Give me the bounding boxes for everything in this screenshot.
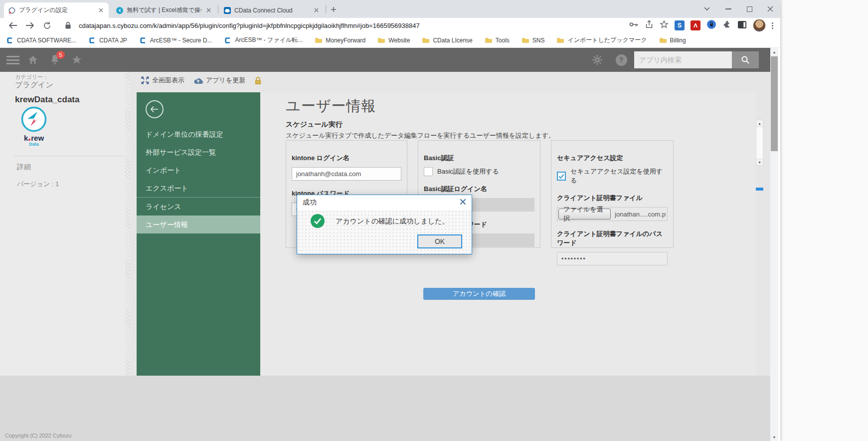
sidebar-divider bbox=[14, 156, 124, 156]
favorites-star-icon[interactable] bbox=[68, 48, 86, 72]
bookmark-folder[interactable]: SNS bbox=[521, 36, 545, 44]
bookmark-label: Billing bbox=[670, 37, 686, 44]
menu-item-import[interactable]: インポート bbox=[137, 161, 260, 179]
home-icon[interactable] bbox=[24, 48, 42, 72]
new-tab-button[interactable] bbox=[328, 4, 339, 15]
basic-login-label: Basic認証ログイン名 bbox=[424, 185, 534, 194]
menu-item-user-info[interactable]: ユーザー情報 bbox=[137, 216, 260, 233]
secure-access-checkbox[interactable] bbox=[557, 172, 566, 181]
cloud-update-icon bbox=[193, 77, 203, 84]
reload-icon[interactable] bbox=[41, 19, 53, 31]
folder-icon bbox=[659, 36, 667, 44]
url-field[interactable] bbox=[79, 22, 624, 29]
page-title: ユーザー情報 bbox=[286, 96, 376, 116]
cert-password-label: クライアント証明書ファイルのパスワード bbox=[557, 229, 668, 247]
bookmark-folder[interactable]: MoneyForward bbox=[315, 36, 365, 44]
details-label: 詳細 bbox=[17, 163, 31, 172]
folder-icon bbox=[521, 36, 529, 44]
tab-close-icon[interactable] bbox=[312, 6, 320, 14]
inner-scrollbar-track[interactable] bbox=[756, 127, 763, 159]
secure-access-checkbox-row: セキュアアクセス設定を使用する bbox=[557, 167, 668, 185]
scroll-up-icon[interactable]: ▲ bbox=[770, 48, 778, 56]
bookmark-item[interactable]: CDATA JP bbox=[88, 36, 127, 44]
menu-item-external-services[interactable]: 外部サービス設定一覧 bbox=[137, 143, 260, 161]
success-dialog: 成功 アカウントの確認に成功しました。 OK bbox=[297, 195, 472, 254]
scrollbar-thumb[interactable] bbox=[771, 56, 778, 151]
secure-access-checkbox-label: セキュアアクセス設定を使用する bbox=[570, 167, 668, 185]
extensions-puzzle-icon[interactable] bbox=[722, 20, 731, 31]
share-icon[interactable] bbox=[645, 20, 654, 31]
krew-data-logo: krew Data bbox=[18, 106, 50, 147]
search-button[interactable] bbox=[732, 51, 759, 68]
update-app-button[interactable]: アプリを更新 bbox=[193, 76, 245, 85]
bookmark-item[interactable]: ArcESB™ - ファイル転... bbox=[224, 36, 303, 44]
maximize-button[interactable] bbox=[739, 0, 759, 18]
tab-search-chevron-icon[interactable] bbox=[697, 0, 717, 18]
bookmark-item[interactable]: CDATA SOFTWARE... bbox=[6, 36, 76, 44]
password-key-icon[interactable] bbox=[629, 20, 639, 30]
profile-avatar[interactable] bbox=[753, 19, 766, 32]
address-bar-actions: S bbox=[629, 19, 773, 32]
hamburger-menu-icon[interactable] bbox=[4, 48, 22, 72]
browser-scrollbar[interactable]: ▲ ▼ bbox=[770, 48, 778, 441]
tab-cdata-connect[interactable]: CData Connect Cloud bbox=[219, 2, 324, 18]
bookmark-item[interactable]: ArcESB™ - Secure D... bbox=[139, 36, 212, 44]
tab-close-icon[interactable] bbox=[204, 6, 212, 14]
back-button[interactable] bbox=[146, 100, 164, 118]
bookmark-folder[interactable]: CData LIcense bbox=[422, 36, 472, 44]
close-window-button[interactable] bbox=[760, 0, 780, 18]
menu-item-numbering[interactable]: ドメイン単位の採番設定 bbox=[137, 125, 260, 143]
menu-item-license[interactable]: ライセンス bbox=[137, 198, 260, 216]
basic-auth-checkbox[interactable] bbox=[424, 167, 433, 176]
bookmark-folder[interactable]: Website bbox=[377, 36, 410, 44]
expand-icon bbox=[141, 76, 149, 84]
tab-krew-trial[interactable]: 無料で試す | Excel感覚で操作でき… bbox=[112, 2, 216, 18]
settings-gear-icon[interactable] bbox=[589, 48, 605, 72]
cert-password-value: •••••••• bbox=[561, 255, 586, 262]
bookmark-label: ArcESB™ - ファイル転... bbox=[235, 36, 303, 44]
back-icon[interactable] bbox=[7, 19, 19, 31]
bookmark-star-icon[interactable] bbox=[660, 20, 669, 31]
kintone-login-input[interactable]: jonathanh@cdata.com bbox=[292, 167, 401, 181]
inner-scroll-down-icon[interactable]: ▼ bbox=[756, 159, 763, 166]
folder-icon bbox=[377, 36, 385, 44]
tab-separator bbox=[218, 5, 218, 13]
choose-file-button[interactable]: ファイルを選択 bbox=[558, 209, 611, 220]
address-bar: S bbox=[0, 18, 780, 33]
minimize-button[interactable] bbox=[718, 0, 738, 18]
tab3-favicon bbox=[223, 6, 231, 14]
dialog-close-icon[interactable] bbox=[460, 198, 466, 207]
help-icon[interactable]: ? bbox=[613, 48, 629, 72]
kintone-header: 5 ? bbox=[0, 48, 770, 72]
fullscreen-button[interactable]: 全画面表示 bbox=[141, 76, 184, 85]
password-manager-extension-icon[interactable] bbox=[706, 19, 716, 31]
tab-strip: プラグインの設定 無料で試す | Excel感覚で操作でき… CData Con… bbox=[0, 0, 780, 18]
dialog-body: アカウントの確認に成功しました。 OK bbox=[297, 210, 472, 254]
tab-close-icon[interactable] bbox=[97, 6, 105, 14]
verify-account-button[interactable]: アカウントの確認 bbox=[423, 288, 535, 300]
tab-plugin-settings[interactable]: プラグインの設定 bbox=[4, 2, 109, 18]
forward-icon[interactable] bbox=[24, 19, 36, 31]
bookmark-label: インポートしたブックマーク bbox=[567, 36, 647, 44]
bookmark-folder[interactable]: インポートしたブックマーク bbox=[556, 36, 647, 44]
lock-icon[interactable] bbox=[62, 19, 74, 31]
bookmark-folder[interactable]: Tools bbox=[485, 36, 510, 44]
basic-auth-checkbox-label: Basic認証を使用する bbox=[437, 167, 499, 176]
app-search-input[interactable] bbox=[634, 56, 732, 64]
cdata-logo-icon bbox=[88, 36, 96, 44]
s-extension-icon[interactable]: S bbox=[675, 20, 685, 30]
bookmark-folder[interactable]: Billing bbox=[659, 36, 686, 44]
browser-menu-icon[interactable] bbox=[772, 22, 773, 29]
side-panel-icon[interactable] bbox=[737, 20, 747, 31]
tab-title: プラグインの設定 bbox=[19, 6, 94, 14]
menu-item-export[interactable]: エクスポート bbox=[137, 179, 260, 197]
page-body: カテゴリー： プラグイン krewData_cdata krew Data 詳細… bbox=[0, 72, 770, 441]
notifications-bell-icon[interactable]: 5 bbox=[46, 48, 64, 72]
kintone-login-value: jonathanh@cdata.com bbox=[296, 170, 361, 178]
pdf-extension-icon[interactable] bbox=[691, 20, 700, 30]
cert-password-input[interactable]: •••••••• bbox=[557, 252, 668, 265]
inner-scroll-up-icon[interactable]: ▲ bbox=[756, 120, 763, 127]
scroll-down-icon[interactable]: ▼ bbox=[770, 433, 778, 441]
cert-file-input: ファイルを選択 jonathan….com.pfx bbox=[557, 207, 668, 221]
ok-button[interactable]: OK bbox=[417, 234, 462, 248]
